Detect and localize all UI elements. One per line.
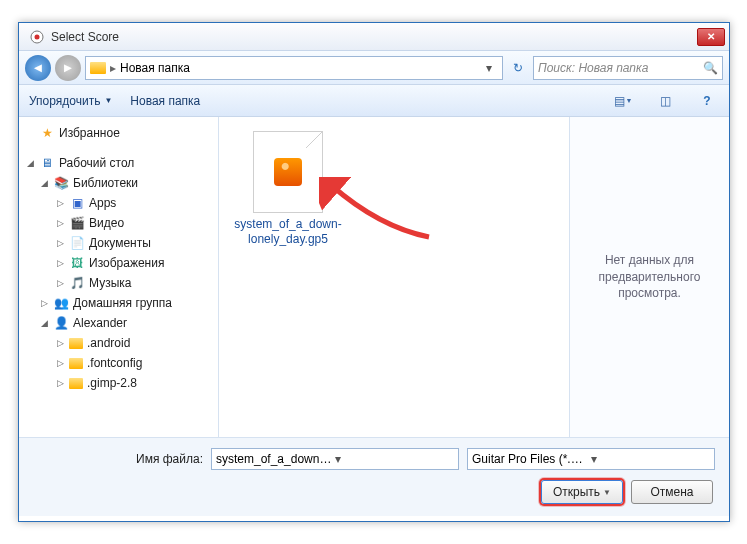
expander-icon[interactable]: ▷ bbox=[55, 198, 65, 208]
libraries-icon: 📚 bbox=[53, 175, 69, 191]
folder-icon bbox=[69, 358, 83, 369]
file-item[interactable]: system_of_a_down-lonely_day.gp5 bbox=[233, 131, 343, 247]
tree-libraries[interactable]: Библиотеки bbox=[73, 176, 138, 190]
expander-icon[interactable]: ▷ bbox=[39, 298, 49, 308]
nav-bar: ◄ ► ▸ Новая папка ▾ ↻ Поиск: Новая папка… bbox=[19, 51, 729, 85]
titlebar[interactable]: Select Score ✕ bbox=[19, 23, 729, 51]
nav-tree[interactable]: ★Избранное ◢🖥Рабочий стол ◢📚Библиотеки ▷… bbox=[19, 117, 219, 437]
back-button[interactable]: ◄ bbox=[25, 55, 51, 81]
view-mode-button[interactable]: ▤▼ bbox=[611, 90, 635, 112]
search-placeholder: Поиск: Новая папка bbox=[538, 61, 648, 75]
tree-desktop[interactable]: Рабочий стол bbox=[59, 156, 134, 170]
expander-icon[interactable]: ▷ bbox=[55, 278, 65, 288]
app-icon bbox=[29, 29, 45, 45]
cancel-button[interactable]: Отмена bbox=[631, 480, 713, 504]
expander-icon[interactable]: ▷ bbox=[55, 338, 65, 348]
folder-icon bbox=[90, 62, 106, 74]
video-icon: 🎬 bbox=[69, 215, 85, 231]
preview-pane-button[interactable]: ◫ bbox=[653, 90, 677, 112]
breadcrumb-folder[interactable]: Новая папка bbox=[120, 61, 190, 75]
file-type-filter[interactable]: Guitar Pro Files (*.gtp;*.gp3;*.gp▾ bbox=[467, 448, 715, 470]
separator-icon: ▸ bbox=[110, 61, 116, 75]
tree-folder[interactable]: .fontconfig bbox=[87, 356, 142, 370]
expander-icon[interactable]: ▷ bbox=[55, 238, 65, 248]
tree-homegroup[interactable]: Домашняя группа bbox=[73, 296, 172, 310]
desktop-icon: 🖥 bbox=[39, 155, 55, 171]
forward-button[interactable]: ► bbox=[55, 55, 81, 81]
breadcrumb-dropdown[interactable]: ▾ bbox=[480, 61, 498, 75]
expander-icon[interactable]: ▷ bbox=[55, 218, 65, 228]
file-thumbnail bbox=[253, 131, 323, 213]
svg-point-1 bbox=[35, 34, 40, 39]
tree-user[interactable]: Alexander bbox=[73, 316, 127, 330]
chevron-down-icon[interactable]: ▾ bbox=[333, 452, 454, 466]
toolbar: Упорядочить▼ Новая папка ▤▼ ◫ ? bbox=[19, 85, 729, 117]
refresh-button[interactable]: ↻ bbox=[507, 57, 529, 79]
dialog-footer: Имя файла: system_of_a_down-lonely_day.g… bbox=[19, 437, 729, 516]
file-dialog: Select Score ✕ ◄ ► ▸ Новая папка ▾ ↻ Пои… bbox=[18, 22, 730, 522]
preview-empty-text: Нет данных для предварительного просмотр… bbox=[580, 252, 719, 302]
search-icon: 🔍 bbox=[703, 61, 718, 75]
close-button[interactable]: ✕ bbox=[697, 28, 725, 46]
preview-pane: Нет данных для предварительного просмотр… bbox=[569, 117, 729, 437]
dialog-body: ★Избранное ◢🖥Рабочий стол ◢📚Библиотеки ▷… bbox=[19, 117, 729, 437]
gp5-icon bbox=[274, 158, 302, 186]
help-button[interactable]: ? bbox=[695, 90, 719, 112]
window-title: Select Score bbox=[51, 30, 695, 44]
expander-icon[interactable]: ▷ bbox=[55, 378, 65, 388]
file-list[interactable]: system_of_a_down-lonely_day.gp5 bbox=[219, 117, 569, 437]
open-button[interactable]: Открыть▼ bbox=[541, 480, 623, 504]
filename-label: Имя файла: bbox=[33, 452, 203, 466]
homegroup-icon: 👥 bbox=[53, 295, 69, 311]
images-icon: 🖼 bbox=[69, 255, 85, 271]
apps-icon: ▣ bbox=[69, 195, 85, 211]
tree-video[interactable]: Видео bbox=[89, 216, 124, 230]
user-icon: 👤 bbox=[53, 315, 69, 331]
tree-music[interactable]: Музыка bbox=[89, 276, 131, 290]
file-name: system_of_a_down-lonely_day.gp5 bbox=[233, 217, 343, 247]
expander-icon[interactable]: ◢ bbox=[39, 178, 49, 188]
tree-favorites[interactable]: Избранное bbox=[59, 126, 120, 140]
filename-input[interactable]: system_of_a_down-lonely_day.gp5▾ bbox=[211, 448, 459, 470]
folder-icon bbox=[69, 378, 83, 389]
new-folder-button[interactable]: Новая папка bbox=[130, 94, 200, 108]
chevron-down-icon[interactable]: ▾ bbox=[589, 452, 710, 466]
organize-menu[interactable]: Упорядочить▼ bbox=[29, 94, 112, 108]
tree-images[interactable]: Изображения bbox=[89, 256, 164, 270]
documents-icon: 📄 bbox=[69, 235, 85, 251]
expander-icon[interactable]: ◢ bbox=[39, 318, 49, 328]
star-icon: ★ bbox=[39, 125, 55, 141]
search-input[interactable]: Поиск: Новая папка 🔍 bbox=[533, 56, 723, 80]
expander-icon[interactable]: ▷ bbox=[55, 358, 65, 368]
tree-folder[interactable]: .gimp-2.8 bbox=[87, 376, 137, 390]
tree-apps[interactable]: Apps bbox=[89, 196, 116, 210]
breadcrumb[interactable]: ▸ Новая папка ▾ bbox=[85, 56, 503, 80]
expander-icon[interactable]: ◢ bbox=[25, 158, 35, 168]
tree-documents[interactable]: Документы bbox=[89, 236, 151, 250]
tree-folder[interactable]: .android bbox=[87, 336, 130, 350]
expander-icon[interactable]: ▷ bbox=[55, 258, 65, 268]
folder-icon bbox=[69, 338, 83, 349]
music-icon: 🎵 bbox=[69, 275, 85, 291]
